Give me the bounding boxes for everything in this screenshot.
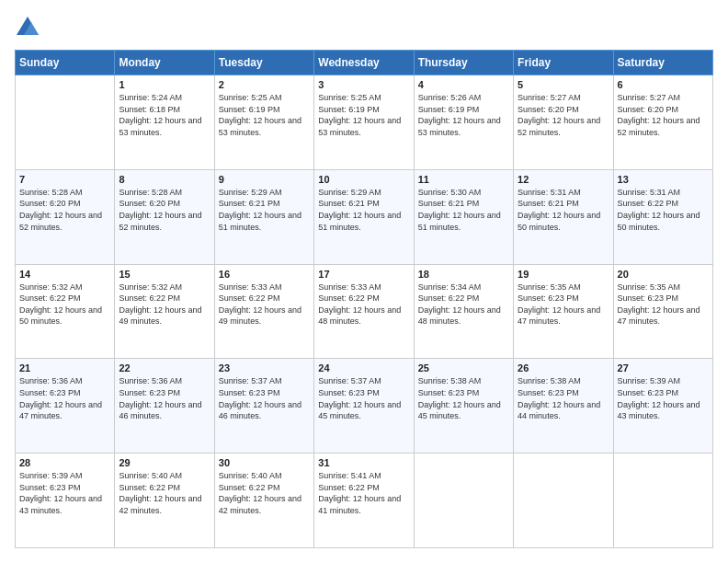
calendar-cell: 19Sunrise: 5:35 AM Sunset: 6:23 PM Dayli…	[514, 264, 613, 359]
day-info: Sunrise: 5:37 AM Sunset: 6:23 PM Dayligh…	[318, 375, 409, 421]
calendar-cell: 13Sunrise: 5:31 AM Sunset: 6:22 PM Dayli…	[613, 169, 712, 264]
page: SundayMondayTuesdayWednesdayThursdayFrid…	[0, 0, 728, 563]
calendar-cell: 21Sunrise: 5:36 AM Sunset: 6:23 PM Dayli…	[16, 359, 115, 454]
calendar-cell: 5Sunrise: 5:27 AM Sunset: 6:20 PM Daylig…	[514, 75, 613, 170]
day-number: 20	[618, 269, 709, 280]
day-info: Sunrise: 5:33 AM Sunset: 6:22 PM Dayligh…	[219, 282, 310, 327]
day-number: 21	[19, 362, 110, 373]
calendar-cell: 8Sunrise: 5:28 AM Sunset: 6:20 PM Daylig…	[115, 169, 214, 264]
logo	[15, 15, 44, 40]
day-info: Sunrise: 5:36 AM Sunset: 6:23 PM Dayligh…	[19, 375, 110, 421]
calendar-cell: 11Sunrise: 5:30 AM Sunset: 6:21 PM Dayli…	[414, 169, 513, 264]
day-info: Sunrise: 5:32 AM Sunset: 6:22 PM Dayligh…	[19, 282, 110, 327]
week-row-0: 1Sunrise: 5:24 AM Sunset: 6:18 PM Daylig…	[16, 75, 713, 170]
calendar-cell: 16Sunrise: 5:33 AM Sunset: 6:22 PM Dayli…	[214, 264, 313, 359]
day-number: 11	[418, 174, 509, 185]
col-header-tuesday: Tuesday	[214, 51, 313, 75]
day-info: Sunrise: 5:38 AM Sunset: 6:23 PM Dayligh…	[418, 375, 509, 421]
day-number: 4	[418, 79, 509, 90]
week-row-3: 21Sunrise: 5:36 AM Sunset: 6:23 PM Dayli…	[16, 359, 713, 454]
calendar-cell: 25Sunrise: 5:38 AM Sunset: 6:23 PM Dayli…	[414, 359, 513, 454]
day-number: 12	[518, 174, 609, 185]
day-number: 17	[318, 269, 409, 280]
day-info: Sunrise: 5:35 AM Sunset: 6:23 PM Dayligh…	[618, 282, 709, 327]
day-number: 8	[119, 174, 210, 185]
col-header-saturday: Saturday	[613, 51, 712, 75]
day-info: Sunrise: 5:28 AM Sunset: 6:20 PM Dayligh…	[119, 187, 210, 233]
day-number: 18	[418, 269, 509, 280]
day-info: Sunrise: 5:24 AM Sunset: 6:18 PM Dayligh…	[119, 92, 210, 138]
day-number: 15	[119, 269, 210, 280]
day-number: 7	[19, 174, 110, 185]
calendar-cell: 9Sunrise: 5:29 AM Sunset: 6:21 PM Daylig…	[214, 169, 313, 264]
col-header-sunday: Sunday	[16, 51, 115, 75]
calendar-cell: 2Sunrise: 5:25 AM Sunset: 6:19 PM Daylig…	[214, 75, 313, 170]
calendar-cell	[414, 454, 513, 548]
calendar-cell: 20Sunrise: 5:35 AM Sunset: 6:23 PM Dayli…	[613, 264, 712, 359]
calendar-cell: 6Sunrise: 5:27 AM Sunset: 6:20 PM Daylig…	[613, 75, 712, 170]
logo-icon	[15, 15, 40, 40]
day-info: Sunrise: 5:34 AM Sunset: 6:22 PM Dayligh…	[418, 282, 509, 327]
day-info: Sunrise: 5:40 AM Sunset: 6:22 PM Dayligh…	[219, 470, 310, 516]
day-info: Sunrise: 5:25 AM Sunset: 6:19 PM Dayligh…	[318, 92, 409, 138]
day-info: Sunrise: 5:37 AM Sunset: 6:23 PM Dayligh…	[219, 375, 310, 421]
day-number: 5	[518, 79, 609, 90]
calendar-cell: 7Sunrise: 5:28 AM Sunset: 6:20 PM Daylig…	[16, 169, 115, 264]
calendar-cell: 29Sunrise: 5:40 AM Sunset: 6:22 PM Dayli…	[115, 454, 214, 548]
calendar-cell: 18Sunrise: 5:34 AM Sunset: 6:22 PM Dayli…	[414, 264, 513, 359]
calendar-cell: 15Sunrise: 5:32 AM Sunset: 6:22 PM Dayli…	[115, 264, 214, 359]
calendar-cell: 23Sunrise: 5:37 AM Sunset: 6:23 PM Dayli…	[214, 359, 313, 454]
day-info: Sunrise: 5:26 AM Sunset: 6:19 PM Dayligh…	[418, 92, 509, 138]
week-row-2: 14Sunrise: 5:32 AM Sunset: 6:22 PM Dayli…	[16, 264, 713, 359]
calendar-cell: 14Sunrise: 5:32 AM Sunset: 6:22 PM Dayli…	[16, 264, 115, 359]
calendar-cell: 1Sunrise: 5:24 AM Sunset: 6:18 PM Daylig…	[115, 75, 214, 170]
day-number: 1	[119, 79, 210, 90]
col-header-monday: Monday	[115, 51, 214, 75]
calendar-cell: 27Sunrise: 5:39 AM Sunset: 6:23 PM Dayli…	[613, 359, 712, 454]
day-number: 6	[618, 79, 709, 90]
col-header-friday: Friday	[514, 51, 613, 75]
day-number: 27	[618, 362, 709, 373]
day-number: 13	[618, 174, 709, 185]
day-number: 28	[19, 457, 110, 468]
calendar-cell: 3Sunrise: 5:25 AM Sunset: 6:19 PM Daylig…	[314, 75, 414, 170]
calendar-cell: 24Sunrise: 5:37 AM Sunset: 6:23 PM Dayli…	[314, 359, 414, 454]
header	[15, 15, 713, 40]
calendar-cell: 10Sunrise: 5:29 AM Sunset: 6:21 PM Dayli…	[314, 169, 414, 264]
day-number: 19	[518, 269, 609, 280]
day-info: Sunrise: 5:30 AM Sunset: 6:21 PM Dayligh…	[418, 187, 509, 233]
day-number: 25	[418, 362, 509, 373]
day-info: Sunrise: 5:39 AM Sunset: 6:23 PM Dayligh…	[19, 470, 110, 516]
week-row-4: 28Sunrise: 5:39 AM Sunset: 6:23 PM Dayli…	[16, 454, 713, 548]
day-info: Sunrise: 5:35 AM Sunset: 6:23 PM Dayligh…	[518, 282, 609, 327]
calendar-cell: 4Sunrise: 5:26 AM Sunset: 6:19 PM Daylig…	[414, 75, 513, 170]
day-info: Sunrise: 5:38 AM Sunset: 6:23 PM Dayligh…	[518, 375, 609, 421]
day-info: Sunrise: 5:40 AM Sunset: 6:22 PM Dayligh…	[119, 470, 210, 516]
day-number: 26	[518, 362, 609, 373]
calendar-cell: 31Sunrise: 5:41 AM Sunset: 6:22 PM Dayli…	[314, 454, 414, 548]
day-info: Sunrise: 5:27 AM Sunset: 6:20 PM Dayligh…	[518, 92, 609, 138]
day-info: Sunrise: 5:28 AM Sunset: 6:20 PM Dayligh…	[19, 187, 110, 233]
calendar-cell: 22Sunrise: 5:36 AM Sunset: 6:23 PM Dayli…	[115, 359, 214, 454]
col-header-wednesday: Wednesday	[314, 51, 414, 75]
day-number: 10	[318, 174, 409, 185]
day-info: Sunrise: 5:32 AM Sunset: 6:22 PM Dayligh…	[119, 282, 210, 327]
day-number: 2	[219, 79, 310, 90]
week-row-1: 7Sunrise: 5:28 AM Sunset: 6:20 PM Daylig…	[16, 169, 713, 264]
day-info: Sunrise: 5:29 AM Sunset: 6:21 PM Dayligh…	[219, 187, 310, 233]
day-number: 29	[119, 457, 210, 468]
day-number: 23	[219, 362, 310, 373]
day-number: 9	[219, 174, 310, 185]
day-info: Sunrise: 5:29 AM Sunset: 6:21 PM Dayligh…	[318, 187, 409, 233]
calendar-cell: 26Sunrise: 5:38 AM Sunset: 6:23 PM Dayli…	[514, 359, 613, 454]
day-info: Sunrise: 5:25 AM Sunset: 6:19 PM Dayligh…	[219, 92, 310, 138]
day-number: 14	[19, 269, 110, 280]
day-info: Sunrise: 5:33 AM Sunset: 6:22 PM Dayligh…	[318, 282, 409, 327]
calendar-table: SundayMondayTuesdayWednesdayThursdayFrid…	[15, 50, 713, 548]
day-number: 3	[318, 79, 409, 90]
day-info: Sunrise: 5:36 AM Sunset: 6:23 PM Dayligh…	[119, 375, 210, 421]
day-info: Sunrise: 5:27 AM Sunset: 6:20 PM Dayligh…	[618, 92, 709, 138]
day-number: 24	[318, 362, 409, 373]
day-info: Sunrise: 5:39 AM Sunset: 6:23 PM Dayligh…	[618, 375, 709, 421]
day-number: 22	[119, 362, 210, 373]
